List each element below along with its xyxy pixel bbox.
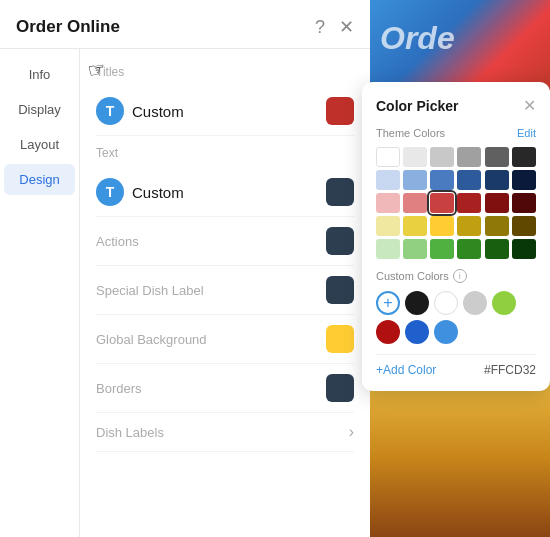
- custom-color-blue-dark[interactable]: [405, 320, 429, 344]
- text-t-icon: T: [96, 178, 124, 206]
- theme-color-0-3[interactable]: [457, 147, 481, 167]
- theme-color-2-2[interactable]: [430, 193, 454, 213]
- theme-color-2-0[interactable]: [376, 193, 400, 213]
- custom-color-green[interactable]: [492, 291, 516, 315]
- global-bg-color-swatch[interactable]: [326, 325, 354, 353]
- sidebar-item-design[interactable]: Design: [4, 164, 75, 195]
- theme-color-3-4[interactable]: [485, 216, 509, 236]
- theme-color-0-2[interactable]: [430, 147, 454, 167]
- cp-add-color-text-button[interactable]: +Add Color: [376, 363, 436, 377]
- chevron-right-icon[interactable]: ›: [349, 423, 354, 441]
- borders-color-swatch[interactable]: [326, 374, 354, 402]
- sidebar-item-layout[interactable]: Layout: [4, 129, 75, 160]
- theme-color-3-2[interactable]: [430, 216, 454, 236]
- cp-info-icon[interactable]: i: [453, 269, 467, 283]
- close-icon[interactable]: ✕: [339, 16, 354, 38]
- custom-color-white[interactable]: [434, 291, 458, 315]
- sidebar: Info Display Layout Design: [0, 49, 80, 537]
- custom-color-red[interactable]: [376, 320, 400, 344]
- titles-t-icon: T: [96, 97, 124, 125]
- special-dish-label: Special Dish Label: [96, 283, 204, 298]
- theme-color-3-3[interactable]: [457, 216, 481, 236]
- cp-header: Color Picker ✕: [376, 96, 536, 115]
- theme-color-2-5[interactable]: [512, 193, 536, 213]
- cp-close-icon[interactable]: ✕: [523, 96, 536, 115]
- bottom-image-area: [370, 377, 550, 537]
- sidebar-item-info[interactable]: Info: [4, 59, 75, 90]
- global-background-row: Global Background: [96, 315, 354, 364]
- text-color-swatch[interactable]: [326, 178, 354, 206]
- theme-color-4-4[interactable]: [485, 239, 509, 259]
- cp-edit-button[interactable]: Edit: [517, 127, 536, 139]
- dish-labels-row: Dish Labels ›: [96, 413, 354, 452]
- special-dish-label-row: Special Dish Label: [96, 266, 354, 315]
- header-icons: ? ✕: [315, 16, 354, 38]
- cursor-hand-icon: ☞: [86, 57, 108, 84]
- global-background-label: Global Background: [96, 332, 207, 347]
- theme-color-1-4[interactable]: [485, 170, 509, 190]
- text-row: T Custom: [96, 168, 354, 217]
- cp-title: Color Picker: [376, 98, 458, 114]
- cp-hex-value: #FFCD32: [484, 363, 536, 377]
- titles-section-label: Titles: [96, 65, 354, 79]
- theme-color-2-1[interactable]: [403, 193, 427, 213]
- titles-color-swatch[interactable]: [326, 97, 354, 125]
- custom-color-black[interactable]: [405, 291, 429, 315]
- color-picker-panel: Color Picker ✕ Theme Colors Edit: [362, 82, 550, 391]
- titles-row: T Custom: [96, 87, 354, 136]
- content: Info Display Layout Design Titles T Cust…: [0, 49, 370, 537]
- sidebar-item-display[interactable]: Display: [4, 94, 75, 125]
- borders-label: Borders: [96, 381, 142, 396]
- design-panel: Titles T Custom Text T Custom Actions: [80, 49, 370, 537]
- header: Order Online ? ✕: [0, 0, 370, 49]
- theme-color-3-0[interactable]: [376, 216, 400, 236]
- cp-footer: +Add Color #FFCD32: [376, 354, 536, 377]
- bg-text: Orde: [370, 0, 550, 77]
- theme-color-3-5[interactable]: [512, 216, 536, 236]
- borders-row: Borders: [96, 364, 354, 413]
- theme-color-0-4[interactable]: [485, 147, 509, 167]
- theme-color-4-2[interactable]: [430, 239, 454, 259]
- actions-color-swatch[interactable]: [326, 227, 354, 255]
- text-section-label: Text: [96, 146, 354, 160]
- theme-color-1-1[interactable]: [403, 170, 427, 190]
- theme-color-2-3[interactable]: [457, 193, 481, 213]
- help-icon[interactable]: ?: [315, 17, 325, 38]
- theme-color-0-1[interactable]: [403, 147, 427, 167]
- theme-color-1-5[interactable]: [512, 170, 536, 190]
- cp-theme-colors-row: Theme Colors Edit: [376, 127, 536, 139]
- theme-color-1-2[interactable]: [430, 170, 454, 190]
- actions-row: Actions: [96, 217, 354, 266]
- custom-color-blue-light[interactable]: [434, 320, 458, 344]
- cp-theme-colors-grid: [376, 147, 536, 259]
- cp-custom-colors-list: +: [376, 291, 536, 344]
- cp-custom-section: Custom Colors i +: [376, 269, 536, 344]
- theme-color-2-4[interactable]: [485, 193, 509, 213]
- dish-labels-label: Dish Labels: [96, 425, 164, 440]
- theme-color-1-3[interactable]: [457, 170, 481, 190]
- special-dish-color-swatch[interactable]: [326, 276, 354, 304]
- theme-color-4-5[interactable]: [512, 239, 536, 259]
- app-title: Order Online: [16, 17, 120, 37]
- bg-image-area: Orde: [370, 0, 550, 90]
- text-value: Custom: [132, 184, 184, 201]
- theme-color-3-1[interactable]: [403, 216, 427, 236]
- cp-add-color-button[interactable]: +: [376, 291, 400, 315]
- cp-custom-colors-label: Custom Colors: [376, 270, 449, 282]
- theme-color-4-3[interactable]: [457, 239, 481, 259]
- theme-color-0-5[interactable]: [512, 147, 536, 167]
- actions-label: Actions: [96, 234, 139, 249]
- theme-color-1-0[interactable]: [376, 170, 400, 190]
- main-panel: Order Online ? ✕ Info Display Layout Des…: [0, 0, 370, 537]
- theme-color-0-0[interactable]: [376, 147, 400, 167]
- titles-value: Custom: [132, 103, 184, 120]
- custom-color-gray[interactable]: [463, 291, 487, 315]
- theme-color-4-0[interactable]: [376, 239, 400, 259]
- cp-theme-colors-label: Theme Colors: [376, 127, 445, 139]
- theme-color-4-1[interactable]: [403, 239, 427, 259]
